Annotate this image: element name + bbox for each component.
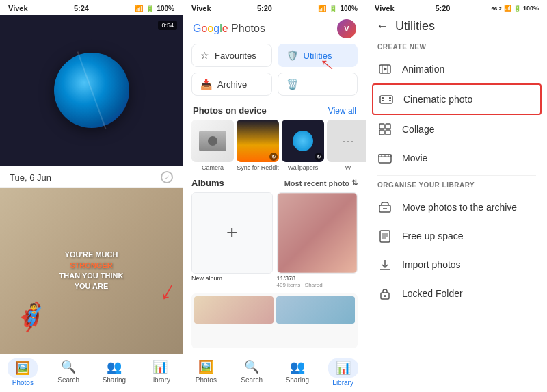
status-icons-1: 📶 🔋 100% [135, 5, 174, 12]
memory-figure: 🦸 [14, 301, 48, 333]
collage-label: Collage [402, 124, 434, 135]
status-icons-3: 66.2 📶 🔋 100% [491, 5, 539, 12]
movie-label: Movie [402, 153, 427, 164]
nav-photos-2[interactable]: 🖼️ Photos [183, 358, 229, 387]
movie-icon [377, 151, 392, 166]
svg-rect-4 [380, 96, 392, 103]
sync-icon-2: ↻ [315, 153, 323, 161]
move-archive-item[interactable]: Move photos to the archive [366, 193, 547, 222]
photo-area: 0:54 [0, 15, 183, 166]
more-albums-preview [191, 293, 358, 349]
panel3-header: ← Utilities [366, 15, 547, 40]
photos-icon: 🖼️ [14, 360, 31, 376]
locked-folder-item[interactable]: Locked Folder [366, 279, 547, 308]
status-bar-1: Vivek 5:24 📶 🔋 100% [0, 0, 183, 15]
free-space-label: Free up space [402, 231, 464, 241]
photos-icon-2: 🖼️ [198, 358, 214, 375]
section-divider [377, 175, 536, 176]
move-archive-label: Move photos to the archive [402, 202, 517, 213]
bottom-nav-1: 🖼️ Photos 🔍 Search 👥 Sharing 📊 Library [0, 354, 183, 392]
delete-button[interactable]: 🗑️ [278, 73, 358, 96]
albums-sort[interactable]: Most recent photo ⇅ [284, 179, 358, 187]
nav-sharing-1[interactable]: 👥 Sharing [92, 358, 137, 387]
panel-2: Vivek 5:20 📶 🔋 100% Google Photos V ☆ Fa… [183, 0, 366, 392]
nav-library-2[interactable]: 📊 Library [320, 358, 366, 387]
status-time-2: 5:20 [257, 4, 272, 12]
nav-search-1[interactable]: 🔍 Search [46, 358, 92, 387]
import-photos-item[interactable]: Import photos [366, 250, 547, 279]
cinematic-icon [379, 92, 394, 107]
status-name-2: Vivek [191, 4, 211, 12]
movie-item[interactable]: Movie [366, 144, 547, 172]
library-icon-1: 📊 [152, 358, 168, 375]
device-folder-camera[interactable]: Camera [191, 120, 234, 171]
date-bar: Tue, 6 Jun ✓ [0, 166, 183, 188]
bottom-nav-2: 🖼️ Photos 🔍 Search 👥 Sharing 📊 Library [183, 354, 366, 392]
memory-line2: THAN YOU THINK [59, 271, 124, 281]
albums-header: Albums Most recent photo ⇅ [191, 178, 358, 188]
collage-item[interactable]: Collage [366, 115, 547, 144]
shared-album-item[interactable]: 11/378 409 items · Shared [277, 192, 358, 288]
status-bar-2: Vivek 5:20 📶 🔋 100% [183, 0, 366, 15]
memory-highlight: STRONGER [59, 261, 124, 271]
nav-photos-1[interactable]: 🖼️ Photos [0, 358, 46, 387]
nav-search-2[interactable]: 🔍 Search [229, 358, 275, 387]
status-name-3: Vivek [375, 4, 395, 12]
trash-icon: 🗑️ [286, 79, 298, 90]
animation-icon [377, 62, 392, 77]
svg-rect-5 [382, 97, 384, 99]
device-photos-row: Camera ↻ Sync for Reddit ↻ Wallpapers ⋯ … [183, 120, 366, 178]
panel3-title: Utilities [395, 19, 435, 34]
lock-icon [377, 286, 392, 301]
nav-library-1[interactable]: 📊 Library [137, 358, 183, 387]
sharing-icon-2: 👥 [289, 358, 306, 375]
animation-label: Animation [402, 64, 444, 75]
library-icon-2: 📊 [335, 360, 351, 376]
panel2-header: Google Photos V [183, 15, 366, 44]
video-badge: 0:54 [158, 21, 177, 30]
device-folder-reddit[interactable]: ↻ Sync for Reddit [237, 120, 279, 171]
svg-rect-6 [382, 100, 384, 101]
import-label: Import photos [402, 259, 461, 270]
create-new-label: CREATE NEW [366, 40, 547, 55]
sync-icon: ↻ [269, 153, 278, 161]
device-folder-wallpapers[interactable]: ↻ Wallpapers [282, 120, 324, 171]
svg-rect-10 [386, 124, 390, 129]
animation-item[interactable]: Animation [366, 55, 547, 83]
import-icon [377, 257, 392, 272]
favourites-button[interactable]: ☆ Favourites [191, 44, 272, 67]
view-all-link[interactable]: View all [328, 106, 356, 116]
panel-3: Vivek 5:20 66.2 📶 🔋 100% ← Utilities CRE… [366, 0, 547, 392]
svg-rect-11 [379, 130, 384, 135]
avatar[interactable]: V [337, 19, 356, 38]
archive-icon: 📥 [200, 79, 212, 90]
foldable-phone-image [47, 42, 136, 138]
organise-label: ORGANISE YOUR LIBRARY [366, 179, 547, 193]
locked-folder-label: Locked Folder [402, 288, 463, 299]
memory-photo: YOU'RE MUCH STRONGER THAN YOU THINK YOU … [0, 188, 183, 354]
new-album-item[interactable]: + New album [191, 192, 273, 288]
svg-rect-12 [386, 130, 390, 135]
check-icon: ✓ [161, 171, 173, 183]
archive-button[interactable]: 📥 Archive [191, 73, 272, 96]
search-icon-1: 🔍 [60, 358, 77, 375]
free-space-icon [377, 228, 392, 244]
nav-sharing-2[interactable]: 👥 Sharing [275, 358, 321, 387]
google-photos-logo: Google Photos [193, 23, 265, 35]
status-time-3: 5:20 [435, 4, 450, 12]
status-time-1: 5:24 [74, 4, 89, 12]
sort-icon: ⇅ [351, 179, 358, 187]
memory-line1: YOU'RE MUCH [59, 250, 124, 260]
svg-marker-3 [384, 67, 387, 71]
device-folder-w[interactable]: ⋯ W [327, 120, 366, 171]
svg-rect-7 [389, 97, 391, 99]
photos-on-device-header: Photos on device View all [183, 103, 366, 120]
cinematic-photo-item[interactable]: Cinematic photo [372, 83, 542, 115]
status-bar-3: Vivek 5:20 66.2 📶 🔋 100% [366, 0, 547, 15]
back-button[interactable]: ← [376, 19, 388, 34]
free-space-item[interactable]: Free up space [366, 222, 547, 250]
albums-section: Albums Most recent photo ⇅ + New album 1… [183, 178, 366, 293]
date-label: Tue, 6 Jun [10, 172, 51, 183]
star-icon: ☆ [200, 50, 209, 61]
cinematic-label: Cinematic photo [403, 94, 472, 105]
